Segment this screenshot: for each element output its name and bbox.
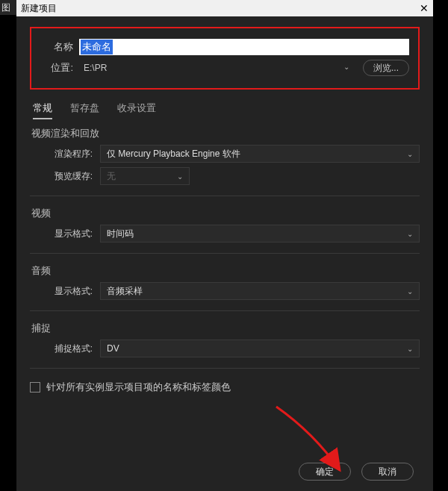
preview-cache-select: 无 ⌄	[100, 167, 190, 185]
name-label: 名称	[40, 40, 73, 54]
tab-ingest-settings[interactable]: 收录设置	[117, 101, 156, 119]
dialog-content: 名称 未命名 位置: E:\PR ⌄ 浏览... 常规 暂存盘 收录设置 视频渲…	[16, 16, 433, 400]
section-audio: 音频 显示格式: 音频采样 ⌄	[30, 264, 420, 300]
dialog-footer: 确定 取消	[299, 463, 414, 481]
tab-scratch-disks[interactable]: 暂存盘	[70, 101, 99, 119]
audio-format-value: 音频采样	[107, 285, 143, 298]
location-label: 位置:	[40, 61, 73, 75]
renderer-select[interactable]: 仅 Mercury Playback Engine 软件 ⌄	[100, 145, 420, 163]
label-color-option[interactable]: 针对所有实例显示项目项的名称和标签颜色	[30, 381, 420, 394]
section-video-title: 视频	[31, 207, 420, 220]
preview-cache-value: 无	[107, 170, 116, 183]
background-fragment: 图	[0, 0, 16, 15]
divider	[30, 368, 420, 369]
checkbox-icon[interactable]	[30, 382, 40, 393]
project-name-input[interactable]: 未命名	[79, 39, 409, 55]
video-format-label: 显示格式:	[30, 228, 93, 240]
chevron-down-icon: ⌄	[407, 345, 413, 353]
divider	[30, 310, 420, 311]
audio-format-select[interactable]: 音频采样 ⌄	[100, 282, 420, 300]
divider	[30, 253, 420, 254]
section-video: 视频 显示格式: 时间码 ⌄	[30, 207, 420, 243]
location-value: E:\PR	[84, 63, 107, 73]
chevron-down-icon: ⌄	[407, 287, 413, 295]
capture-format-label: 捕捉格式:	[30, 343, 93, 355]
section-capture: 捕捉 捕捉格式: DV ⌄	[30, 322, 420, 357]
video-format-select[interactable]: 时间码 ⌄	[100, 225, 420, 243]
section-audio-title: 音频	[31, 264, 420, 278]
preview-cache-label: 预览缓存:	[30, 170, 93, 183]
capture-format-value: DV	[107, 343, 119, 354]
checkbox-label: 针对所有实例显示项目项的名称和标签颜色	[46, 381, 231, 394]
chevron-down-icon: ⌄	[343, 63, 349, 71]
tab-general[interactable]: 常规	[33, 101, 52, 119]
browse-label: 浏览...	[373, 62, 399, 75]
ok-button[interactable]: 确定	[299, 463, 351, 481]
close-icon[interactable]: ✕	[420, 2, 429, 14]
ok-label: 确定	[316, 466, 334, 478]
annotation-highlight-box: 名称 未命名 位置: E:\PR ⌄ 浏览...	[30, 27, 420, 90]
cancel-button[interactable]: 取消	[361, 463, 414, 481]
chevron-down-icon: ⌄	[407, 230, 413, 238]
cancel-label: 取消	[379, 466, 396, 478]
location-select[interactable]: E:\PR ⌄	[79, 60, 355, 76]
chevron-down-icon: ⌄	[407, 150, 413, 158]
section-render-title: 视频渲染和回放	[31, 127, 420, 140]
browse-button[interactable]: 浏览...	[363, 60, 409, 76]
audio-format-label: 显示格式:	[30, 285, 93, 298]
divider	[30, 196, 420, 196]
renderer-value: 仅 Mercury Playback Engine 软件	[107, 148, 240, 160]
dialog-title: 新建项目	[21, 2, 57, 15]
tab-bar: 常规 暂存盘 收录设置	[33, 101, 420, 119]
section-render: 视频渲染和回放 渲染程序: 仅 Mercury Playback Engine …	[30, 127, 420, 185]
renderer-label: 渲染程序:	[30, 148, 93, 160]
titlebar: 新建项目 ✕	[16, 0, 433, 16]
section-capture-title: 捕捉	[31, 322, 420, 335]
capture-format-select[interactable]: DV ⌄	[100, 340, 420, 357]
video-format-value: 时间码	[107, 228, 134, 240]
new-project-dialog: 新建项目 ✕ 名称 未命名 位置: E:\PR ⌄ 浏览... 常规 暂存盘	[16, 0, 433, 491]
chevron-down-icon: ⌄	[177, 172, 183, 181]
